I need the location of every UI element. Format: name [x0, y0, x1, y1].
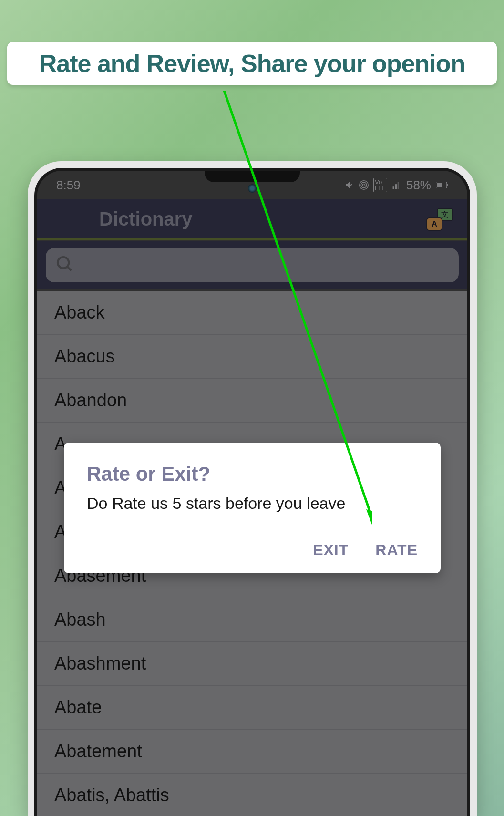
promo-banner: Rate and Review, Share your openion — [7, 42, 497, 85]
rate-dialog: Rate or Exit? Do Rate us 5 stars before … — [64, 443, 441, 573]
dialog-buttons: EXIT RATE — [87, 541, 418, 559]
promo-banner-title: Rate and Review, Share your openion — [39, 49, 465, 78]
dialog-title: Rate or Exit? — [87, 463, 418, 485]
exit-button[interactable]: EXIT — [313, 541, 349, 559]
dialog-message: Do Rate us 5 stars before you leave — [87, 494, 418, 513]
phone-frame: 8:59 VoLTE 58% — [28, 161, 477, 816]
rate-button[interactable]: RATE — [375, 541, 418, 559]
